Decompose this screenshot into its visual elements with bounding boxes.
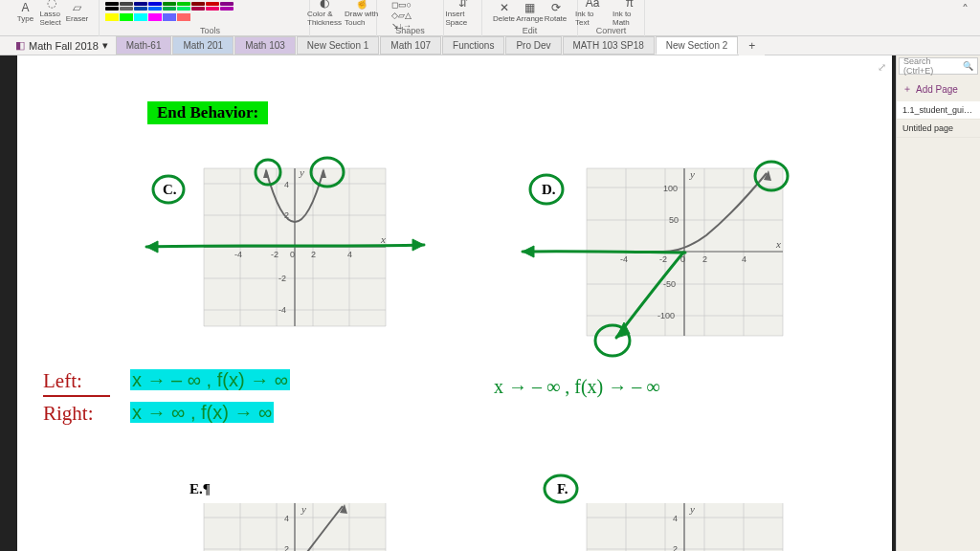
ribbon-collapse-icon[interactable]: ˄ (954, 0, 976, 19)
ink-to-text-button[interactable]: AaInk to Text (575, 0, 610, 23)
page-expand-icon[interactable]: ⤢ (878, 61, 886, 74)
pages-panel: Search (Ctrl+E)🔍 ＋ Add Page 1.1_student_… (896, 55, 980, 551)
tools-group-label: Tools (105, 26, 315, 35)
page-item[interactable]: 1.1_student_guided_note (897, 101, 980, 120)
tab-functions[interactable]: Functions (442, 36, 504, 55)
page-item[interactable]: Untitled page (897, 120, 980, 138)
tab-pro-dev[interactable]: Pro Dev (505, 36, 561, 55)
page-title: End Behavior: (147, 101, 268, 124)
eq-c-left: x → – ∞ , f(x) → ∞ (130, 369, 290, 391)
svg-text:4: 4 (673, 514, 678, 523)
type-tool[interactable]: AType (14, 0, 37, 23)
graph-c-ink (132, 151, 438, 342)
ink-to-math-button[interactable]: πInk to Math (612, 0, 647, 23)
add-page-button[interactable]: ＋ Add Page (899, 78, 978, 99)
ribbon: AType ◌Lasso Select ▱Eraser Tools ◐Color… (0, 0, 980, 36)
tab-new-section-2[interactable]: New Section 2 (656, 36, 738, 55)
convert-group-label: Convert (578, 26, 644, 35)
right-label: Right: (43, 402, 94, 426)
svg-text:4: 4 (284, 514, 289, 523)
delete-button[interactable]: ✕Delete (493, 0, 516, 23)
svg-point-91 (545, 475, 577, 502)
svg-point-61 (595, 325, 630, 356)
graph-d-ink (494, 151, 819, 371)
svg-point-30 (311, 158, 344, 187)
notebook-dropdown[interactable]: ◧ Math Fall 2018 ▾ (8, 39, 116, 52)
svg-point-28 (153, 176, 184, 203)
left-label: Left: (43, 369, 82, 393)
graph-e-label: E.¶ (189, 481, 211, 497)
plus-icon: ＋ (902, 82, 912, 96)
insert-space-button[interactable]: ⇵Insert Space (446, 0, 480, 23)
edit-group-label: Edit (482, 26, 577, 35)
svg-point-59 (530, 175, 563, 204)
eq-d: x → – ∞ , f(x) → – ∞ (494, 376, 660, 398)
color-thickness-button[interactable]: ◐Color & Thickness (307, 0, 342, 23)
svg-text:y: y (689, 503, 695, 515)
svg-text:2: 2 (284, 544, 289, 551)
tab-new-section-1[interactable]: New Section 1 (297, 36, 379, 55)
eq-c-right: x → ∞ , f(x) → ∞ (130, 402, 274, 424)
eraser-tool[interactable]: ▱Eraser (66, 0, 89, 23)
search-input[interactable]: Search (Ctrl+E)🔍 (899, 57, 978, 75)
tab-math-103-sp18[interactable]: MATH 103 SP18 (563, 36, 655, 55)
tab-math-103[interactable]: Math 103 (234, 36, 296, 55)
tab-math-201[interactable]: Math 201 (172, 36, 234, 55)
arrange-button[interactable]: ▦Arrange (519, 0, 542, 23)
draw-touch-button[interactable]: ☝Draw with Touch (345, 0, 379, 23)
svg-text:y: y (301, 503, 306, 515)
rotate-button[interactable]: ⟳Rotate (545, 0, 568, 23)
svg-point-29 (256, 160, 280, 185)
add-section-button[interactable]: + (739, 36, 765, 55)
shapes-group-label: Shapes (377, 26, 443, 35)
graph-e: y 4 2 (194, 498, 395, 551)
section-tabs-bar: ◧ Math Fall 2018 ▾ Math-61 Math 201 Math… (0, 36, 980, 55)
tab-math-107[interactable]: Math 107 (380, 36, 441, 55)
tab-math-61[interactable]: Math-61 (116, 36, 172, 55)
graph-f: y 4 2 (577, 498, 792, 551)
lasso-tool[interactable]: ◌Lasso Select (40, 0, 63, 23)
svg-point-60 (755, 162, 788, 190)
svg-text:2: 2 (673, 544, 678, 551)
note-canvas[interactable]: End Behavior: C. xy -4 -2 0 2 4 4 2 -2 (0, 55, 896, 551)
graph-f-ink (534, 472, 582, 510)
